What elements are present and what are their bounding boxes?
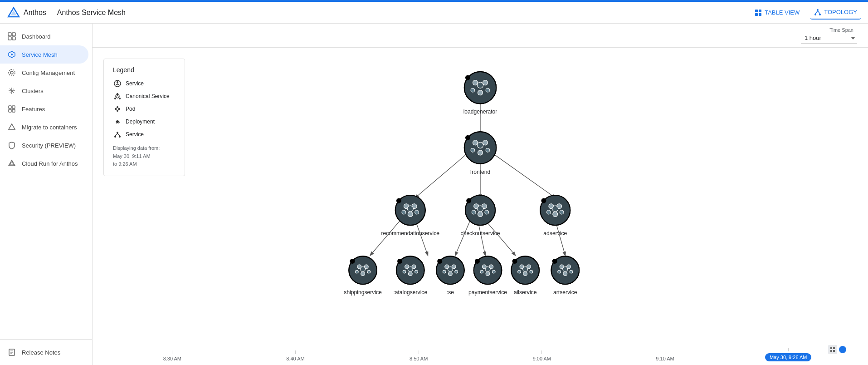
legend-item-pod: Pod (113, 104, 176, 113)
svg-point-76 (477, 82, 483, 88)
sidebar-item-dashboard[interactable]: Dashboard (0, 27, 88, 45)
node-shippingservice[interactable]: shippingservice (344, 256, 382, 296)
legend-deployment-label: Deployment (126, 118, 155, 125)
canvas-area: Legend Service (93, 48, 868, 338)
svg-point-84 (471, 148, 475, 152)
topology-button[interactable]: TOPOLOGY (810, 6, 861, 20)
timeline-grid-button[interactable] (828, 345, 837, 354)
table-view-icon (755, 9, 762, 16)
sidebar-item-migrate[interactable]: Migrate to containers (0, 118, 88, 136)
sidebar-item-label: Cloud Run for Anthos (22, 160, 78, 167)
svg-point-155 (492, 270, 495, 273)
sidebar: Dashboard Service Mesh Config Management (0, 24, 93, 365)
svg-rect-13 (8, 37, 11, 40)
svg-point-83 (478, 150, 483, 155)
svg-point-115 (560, 210, 564, 214)
svg-line-68 (455, 220, 470, 255)
svg-point-86 (477, 142, 483, 148)
config-management-icon (7, 68, 16, 77)
svg-point-103 (478, 212, 483, 217)
svg-point-123 (361, 272, 365, 276)
timeline-dot-marker[interactable] (839, 346, 846, 353)
main-content: Time Span 1 hour Last 5 minutes Last 15 … (93, 24, 868, 365)
svg-point-145 (455, 270, 458, 273)
svg-text:shippingservice: shippingservice (344, 289, 382, 296)
sidebar-item-release-notes[interactable]: Release Notes (0, 343, 88, 361)
svg-point-93 (408, 212, 413, 217)
svg-text:adservice: adservice (543, 230, 567, 237)
svg-rect-2 (755, 10, 758, 12)
cloud-run-icon (7, 159, 16, 168)
sidebar-item-features[interactable]: Features (0, 100, 88, 118)
legend-service2-label: Service (126, 131, 144, 138)
svg-rect-11 (8, 33, 11, 36)
legend-title: Legend (113, 66, 176, 74)
sidebar-item-clusters[interactable]: Clusters (0, 82, 88, 100)
legend-service-label: Service (126, 80, 144, 87)
node-recommendationservice[interactable]: recommendationservice (381, 195, 439, 237)
svg-point-81 (473, 140, 478, 145)
tick-1: 8:40 AM (234, 350, 357, 361)
sidebar-item-label: Clusters (22, 88, 44, 94)
svg-text:loadgenerator: loadgenerator (463, 109, 497, 115)
legend-canonical-icon (113, 92, 122, 101)
current-time-badge: May 30, 9:26 AM (765, 353, 812, 361)
sidebar-item-cloud-run[interactable]: Cloud Run for Anthos (0, 154, 88, 173)
svg-text::atalogservice: :atalogservice (393, 289, 427, 296)
svg-rect-180 (830, 347, 832, 349)
time-span-select[interactable]: 1 hour Last 5 minutes Last 15 minutes 6 … (801, 33, 857, 44)
tick-3: 9:00 AM (480, 350, 604, 361)
svg-point-8 (819, 14, 821, 15)
svg-point-178 (552, 259, 557, 264)
legend-item-canonical: Canonical Service (113, 92, 176, 101)
svg-point-95 (415, 210, 419, 214)
svg-rect-183 (833, 350, 835, 352)
svg-point-94 (402, 210, 406, 214)
svg-point-96 (407, 206, 413, 212)
svg-point-165 (530, 270, 533, 273)
sidebar-item-service-mesh[interactable]: Service Mesh (0, 45, 88, 64)
svg-point-118 (541, 198, 546, 203)
svg-text:paymentservice: paymentservice (468, 289, 507, 296)
node-searchservice[interactable]: :se (436, 256, 464, 296)
sidebar-item-config-management[interactable]: Config Management (0, 64, 88, 82)
svg-rect-23 (9, 106, 11, 109)
legend-service-icon (113, 79, 122, 88)
svg-rect-24 (12, 106, 15, 109)
topbar-actions: TABLE VIEW TOPOLOGY (751, 6, 861, 20)
node-checkoutservice[interactable]: checkoutservice (461, 195, 500, 237)
release-notes-icon (7, 348, 16, 357)
svg-point-154 (480, 270, 483, 273)
features-icon (7, 104, 16, 113)
node-paymentservice[interactable]: paymentservice (468, 256, 507, 296)
svg-point-135 (415, 270, 418, 273)
topology-graph[interactable]: loadgenerator frontend (93, 48, 868, 338)
page-title: Anthos Service Mesh (57, 9, 126, 17)
node-adservice[interactable]: adservice (540, 195, 570, 237)
topbar-brand: Anthos (7, 6, 46, 19)
svg-point-57 (119, 136, 121, 138)
svg-line-67 (485, 220, 515, 255)
sidebar-item-label: Config Management (22, 69, 75, 76)
svg-rect-181 (833, 347, 835, 349)
legend-deployment-icon: 9D (113, 117, 122, 126)
table-view-button[interactable]: TABLE VIEW (751, 6, 803, 19)
svg-line-59 (117, 133, 120, 136)
svg-point-168 (512, 259, 517, 264)
svg-line-64 (371, 220, 400, 255)
node-emailservice[interactable]: ailservice (511, 256, 539, 296)
legend-item-service2: Service (113, 130, 176, 139)
legend-pod-icon (113, 104, 122, 113)
node-catalogservice[interactable]: :atalogservice (393, 256, 427, 296)
svg-rect-4 (755, 13, 758, 16)
node-artservice[interactable]: artservice (551, 256, 579, 296)
svg-point-166 (523, 267, 528, 272)
node-loadgenerator[interactable]: loadgenerator (463, 72, 497, 115)
svg-point-156 (485, 267, 490, 272)
node-frontend[interactable]: frontend (464, 132, 497, 175)
svg-line-50 (117, 107, 119, 109)
svg-rect-12 (12, 33, 15, 36)
svg-point-71 (473, 80, 478, 85)
svg-point-16 (11, 54, 13, 55)
sidebar-item-security[interactable]: Security (PREVIEW) (0, 136, 88, 154)
